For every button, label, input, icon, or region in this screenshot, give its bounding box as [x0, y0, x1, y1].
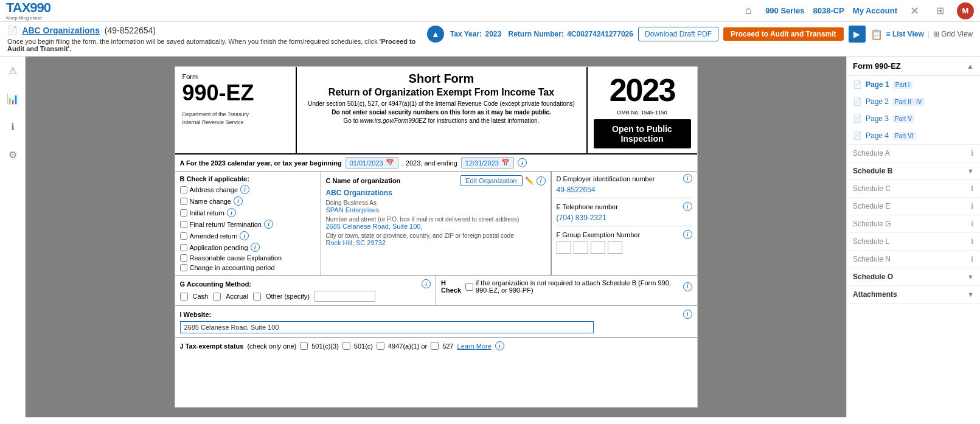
initial-return-info[interactable]: i — [227, 208, 236, 217]
sidebar-schedule-n[interactable]: Schedule N ℹ — [847, 251, 980, 268]
schedule-n-info[interactable]: ℹ — [971, 255, 974, 263]
section-bcdef: B Check if applicable: Address change i … — [175, 172, 697, 276]
end-date-input[interactable]: 12/31/2023 📅 — [461, 157, 514, 169]
sidebar-page3[interactable]: 📄 Page 3 Part V — [847, 110, 980, 127]
schedule-e-info[interactable]: ℹ — [971, 202, 974, 210]
section-j-info[interactable]: i — [495, 341, 504, 350]
section-f-info[interactable]: i — [683, 230, 692, 239]
group-box-3[interactable] — [591, 242, 605, 254]
group-box-4[interactable] — [608, 242, 622, 254]
section-d-label: D Employer identification number — [557, 175, 655, 182]
section-def: D Employer identification number i 49-85… — [551, 172, 697, 275]
application-pending-info[interactable]: i — [251, 243, 260, 252]
group-box-2[interactable] — [574, 242, 588, 254]
form-number: 990-EZ — [182, 80, 288, 106]
learn-more-link[interactable]: Learn More — [457, 342, 492, 350]
checkbox-name-change: Name change i — [180, 196, 316, 206]
org-name-link[interactable]: ABC Organizations — [22, 26, 100, 35]
sidebar-info-icon[interactable]: ℹ — [4, 117, 22, 136]
sidebar-collapse-icon[interactable]: ▲ — [967, 62, 974, 71]
nav-8038cp[interactable]: 8038-CP — [813, 6, 844, 15]
sidebar-schedule-c[interactable]: Schedule C ℹ — [847, 180, 980, 198]
schedule-b-checkbox[interactable] — [465, 283, 473, 291]
sidebar-schedule-b[interactable]: Schedule B ▼ — [847, 162, 980, 180]
sidebar-page2[interactable]: 📄 Page 2 Part II · IV — [847, 93, 980, 110]
start-date-input[interactable]: 01/01/2023 📅 — [346, 157, 398, 169]
collapse-button[interactable]: ▲ — [427, 26, 444, 43]
schedule-g-info[interactable]: ℹ — [971, 220, 974, 228]
omb-text: OMB No. 1545-1150 — [594, 109, 691, 116]
calendar-icon: 📅 — [386, 159, 394, 167]
calendar-icon-end: 📅 — [501, 159, 510, 167]
home-icon[interactable]: ⌂ — [740, 2, 757, 19]
group-box-1[interactable] — [557, 242, 571, 254]
other-specify-input[interactable] — [315, 291, 375, 302]
schedule-l-info[interactable]: ℹ — [971, 237, 974, 246]
schedule-b-chevron[interactable]: ▼ — [967, 167, 974, 175]
sidebar-schedule-o[interactable]: Schedule O ▼ — [847, 268, 980, 286]
right-arrow-icon[interactable]: ▶ — [849, 26, 866, 43]
address-change-info[interactable]: i — [240, 185, 249, 194]
nav-990-series[interactable]: 990 Series — [765, 6, 804, 15]
sidebar-page1[interactable]: 📄 Page 1 Part I — [847, 76, 980, 93]
j-527-checkbox[interactable] — [431, 342, 439, 350]
section-d-info[interactable]: i — [683, 174, 692, 183]
section-h-info[interactable]: i — [683, 282, 692, 291]
sidebar-settings-icon[interactable]: ⚙ — [4, 145, 22, 164]
section-f-label: F Group Exemption Number — [557, 231, 641, 238]
change-accounting-checkbox[interactable] — [180, 264, 187, 271]
reasonable-cause-checkbox[interactable] — [180, 254, 187, 262]
sidebar-schedule-g[interactable]: Schedule G ℹ — [847, 215, 980, 233]
accrual-checkbox[interactable] — [213, 293, 221, 301]
section-i-info[interactable]: i — [683, 310, 692, 319]
sidebar-attachments[interactable]: Attachments ▼ — [847, 286, 980, 304]
user-avatar[interactable]: M — [957, 2, 974, 19]
section-g-info[interactable]: i — [422, 279, 431, 288]
j-501c-checkbox[interactable] — [342, 342, 350, 350]
sidebar-page4[interactable]: 📄 Page 4 Part VI — [847, 127, 980, 144]
edit-org-button[interactable]: Edit Organization — [460, 175, 522, 186]
sidebar-schedule-a[interactable]: Schedule A ℹ — [847, 145, 980, 162]
list-view-button[interactable]: ≡ List View — [886, 30, 924, 38]
schedule-c-info[interactable]: ℹ — [971, 184, 974, 193]
phone-value: (704) 839-2321 — [557, 214, 692, 222]
sidebar-schedule-l[interactable]: Schedule L ℹ — [847, 233, 980, 251]
address-change-checkbox[interactable] — [180, 186, 187, 193]
website-input[interactable]: 2685 Celanese Road, Suite 100 — [180, 321, 594, 333]
addr-value: 2685 Celanese Road, Suite 100, — [326, 223, 546, 230]
proceed-audit-button[interactable]: Proceed to Audit and Transmit — [723, 27, 844, 41]
j-501c3-checkbox[interactable] — [300, 342, 308, 350]
main-header: 📄 ABC Organizations (49-8522654) Once yo… — [0, 22, 980, 57]
attachments-chevron[interactable]: ▼ — [967, 291, 974, 298]
section-e-info[interactable]: i — [683, 202, 692, 211]
name-change-checkbox[interactable] — [180, 198, 187, 205]
schedule-o-chevron[interactable]: ▼ — [967, 273, 974, 280]
nav-my-account[interactable]: My Account — [853, 6, 897, 15]
download-draft-button[interactable]: Download Draft PDF — [638, 27, 718, 41]
section-e: E Telephone number i (704) 839-2321 — [557, 202, 692, 226]
grid-apps-icon[interactable]: ⊞ — [931, 2, 948, 19]
form-desc3: Go to www.irs.gov/Form990EZ for instruct… — [304, 117, 579, 124]
form-desc2: Do not enter social security numbers on … — [304, 109, 579, 116]
grid-view-button[interactable]: ⊞ Grid View — [933, 30, 973, 38]
sidebar-chart-icon[interactable]: 📊 — [4, 89, 22, 108]
close-icon[interactable]: ✕ — [906, 2, 923, 19]
j-4947a1-checkbox[interactable] — [377, 342, 384, 350]
final-return-checkbox[interactable] — [180, 221, 187, 228]
name-change-info[interactable]: i — [234, 196, 243, 206]
section-a-info-icon[interactable]: i — [518, 158, 527, 167]
final-return-info[interactable]: i — [264, 220, 273, 229]
application-pending-checkbox[interactable] — [180, 244, 187, 251]
section-c-info[interactable]: i — [537, 176, 546, 186]
amended-return-info[interactable]: i — [240, 231, 249, 240]
sidebar-home-icon[interactable]: ⚠ — [4, 61, 22, 80]
form-header-left: Form 990-EZ Department of the Treasury I… — [175, 67, 297, 153]
other-checkbox[interactable] — [253, 293, 261, 301]
initial-return-checkbox[interactable] — [180, 209, 187, 217]
sidebar-schedule-e[interactable]: Schedule E ℹ — [847, 198, 980, 215]
amended-return-checkbox[interactable] — [180, 232, 187, 240]
form-header-right: 2023 OMB No. 1545-1150 Open to Public In… — [588, 67, 697, 153]
schedule-a-info[interactable]: ℹ — [971, 149, 974, 158]
sidebar-form-title: Form 990-EZ — [853, 61, 901, 71]
cash-checkbox[interactable] — [180, 293, 188, 301]
